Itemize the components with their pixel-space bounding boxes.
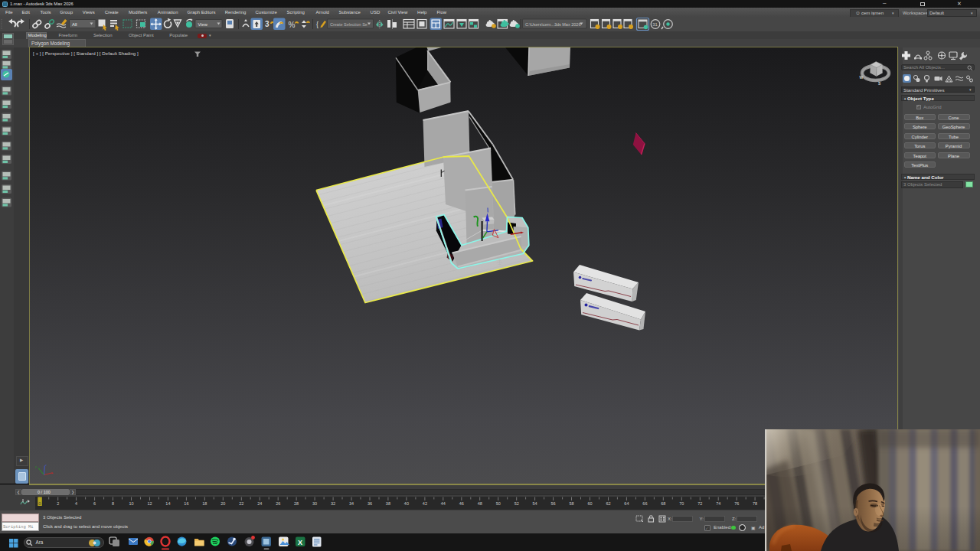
svg-text:44: 44: [441, 501, 446, 506]
svg-text:52: 52: [514, 501, 519, 506]
svg-text:%: %: [289, 21, 296, 29]
svg-text:12: 12: [147, 501, 152, 506]
svg-text:34: 34: [349, 501, 354, 506]
svg-text:View: View: [198, 22, 208, 27]
svg-text:46: 46: [459, 501, 464, 506]
svg-text:66: 66: [642, 501, 647, 506]
svg-text:All: All: [72, 22, 77, 27]
svg-text:8: 8: [112, 501, 114, 506]
svg-text:24: 24: [257, 501, 262, 506]
svg-text:6: 6: [93, 501, 96, 506]
svg-text:[ + ] [ Perspective ] [ Standa: [ + ] [ Perspective ] [ Standard ] [ Def…: [33, 51, 139, 56]
svg-text:70: 70: [679, 501, 684, 506]
svg-text:3: 3: [265, 20, 270, 28]
svg-text:2: 2: [57, 501, 59, 506]
svg-text:30: 30: [312, 501, 317, 506]
svg-text:y: y: [35, 465, 37, 468]
svg-text:56: 56: [551, 501, 556, 506]
svg-text:78: 78: [753, 501, 757, 506]
svg-text:54: 54: [533, 501, 537, 506]
svg-text:72: 72: [697, 501, 702, 506]
svg-text:58: 58: [569, 501, 573, 506]
svg-text:18: 18: [202, 501, 207, 506]
svg-text:76: 76: [734, 501, 739, 506]
svg-text:48: 48: [478, 501, 482, 506]
svg-text:{: {: [316, 21, 318, 28]
svg-text:z: z: [45, 463, 47, 467]
svg-text:62: 62: [606, 501, 610, 506]
svg-text:40: 40: [404, 501, 409, 506]
svg-text:X: X: [298, 539, 302, 546]
svg-text:38: 38: [386, 501, 390, 506]
svg-text:C:\Users\cem...3ds Max 2026: C:\Users\cem...3ds Max 2026: [525, 22, 580, 27]
svg-text:W: W: [860, 75, 864, 80]
svg-text:42: 42: [423, 501, 427, 506]
svg-text:Create Selection Se: Create Selection Se: [330, 22, 368, 27]
svg-text:4: 4: [75, 501, 77, 506]
svg-text:31: 31: [652, 22, 658, 27]
svg-text:0: 0: [38, 501, 41, 506]
svg-text:68: 68: [661, 501, 665, 506]
svg-text:14: 14: [165, 501, 170, 506]
svg-text:36: 36: [368, 501, 372, 506]
svg-text:50: 50: [496, 501, 501, 506]
svg-text:10: 10: [129, 501, 133, 506]
svg-text:74: 74: [716, 501, 720, 506]
svg-text:22: 22: [239, 501, 243, 506]
svg-text:64: 64: [624, 501, 629, 506]
svg-text:60: 60: [587, 501, 592, 506]
svg-text:28: 28: [294, 501, 299, 506]
svg-text:26: 26: [276, 501, 280, 506]
svg-text:16: 16: [184, 501, 188, 506]
svg-text:20: 20: [220, 501, 225, 506]
svg-text:32: 32: [331, 501, 335, 506]
